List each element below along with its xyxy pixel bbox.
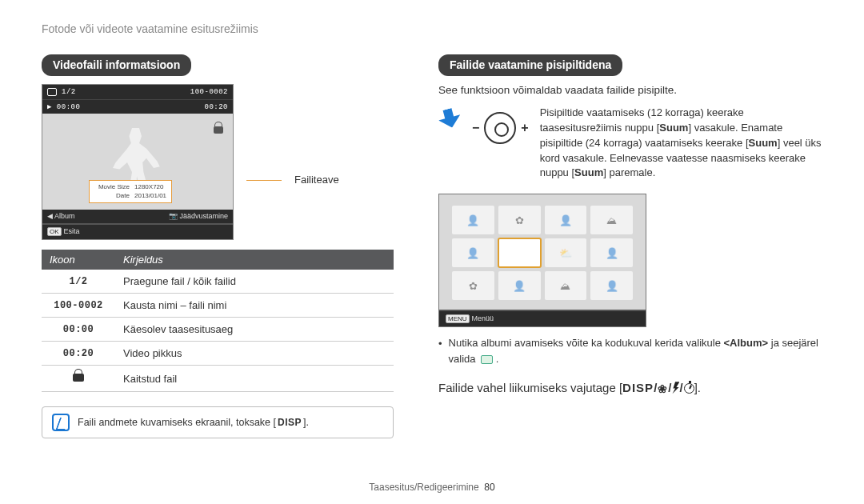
file-counter: 1/2 [62, 88, 76, 96]
timer-icon [684, 383, 694, 394]
thumb-cell: 👤 [545, 206, 587, 234]
table-row: 00:00 Käesolev taasesitusaeg [42, 318, 394, 342]
thumb-cell: 👤 [452, 238, 494, 267]
callout-line [246, 180, 282, 181]
flash-icon [672, 382, 679, 394]
bullet-item: • Nutika albumi avamiseks võite ka koduk… [438, 335, 826, 366]
video-preview-box: 1/2 100-0002 ▶ 00:00 00:20 Movie Size128… [42, 84, 234, 240]
zoom-dial: − + [472, 112, 529, 144]
dial-icon [484, 112, 516, 144]
macro-icon: ❀ [658, 382, 668, 395]
thumb-cell: 👤 [498, 271, 541, 300]
page-subtitle: Fotode või videote vaatamine esitusrežii… [42, 22, 826, 35]
thumb-cell: ⛰ [545, 271, 587, 300]
ok-key: OK [47, 227, 62, 236]
disp-key: DISP [276, 417, 303, 428]
total-time: 00:20 [204, 103, 228, 111]
table-row: 100-0002 Kausta nimi – faili nimi [42, 294, 394, 318]
thumbnail-preview-box: 👤 ✿ 👤 ⛰ 👤 ⛅ 👤 ✿ 👤 ⛰ 👤 MENUMenüü [438, 194, 646, 327]
arrow-down-icon [436, 106, 462, 130]
minus-icon: − [472, 121, 479, 135]
thumb-cell: 👤 [590, 238, 633, 267]
thumb-cell-selected [498, 238, 541, 267]
navigation-instruction: Failide vahel liikumiseks vajutage [DISP… [438, 381, 826, 394]
note-box: Faili andmete kuvamiseks ekraanil, toksa… [42, 406, 394, 438]
file-info-overlay: Movie Size1280X720 Date2013/01/01 [89, 180, 172, 203]
note-icon [52, 414, 70, 431]
video-file-icon [47, 88, 57, 96]
album-label: Album [54, 212, 75, 220]
thumb-cell: ✿ [498, 206, 541, 234]
page-footer: Taasesitus/Redigeerimine 80 [0, 482, 864, 493]
table-row: Kaitstud fail [42, 366, 394, 392]
icon-description-table: Ikoon Kirjeldus 1/2 Praegune fail / kõik… [42, 250, 394, 392]
thumb-cell: 👤 [590, 271, 633, 300]
th-icon: Ikoon [42, 250, 115, 270]
folder-file-number: 100-0002 [190, 88, 228, 96]
lock-icon [212, 122, 225, 134]
table-row: 00:20 Video pikkus [42, 342, 394, 366]
capture-label: Jäädvustamine [179, 212, 228, 220]
zoom-instructions: Pisipiltide vaatamiseks (12 korraga) kee… [540, 106, 826, 181]
album-chip-icon [481, 355, 493, 364]
thumb-cell: ⛅ [545, 238, 587, 267]
section-title-right: Failide vaatamine pisipiltidena [438, 54, 622, 76]
th-description: Kirjeldus [115, 250, 394, 270]
left-column: Videofaili informatsioon 1/2 100-0002 ▶ … [42, 54, 394, 438]
thumb-cell: ✿ [452, 271, 494, 300]
play-label: Esita [64, 227, 80, 235]
right-column: Failide vaatamine pisipiltidena See funk… [438, 54, 826, 438]
thumb-cell: ⛰ [590, 206, 633, 234]
plus-icon: + [521, 121, 528, 135]
table-row: 1/2 Praegune fail / kõik failid [42, 270, 394, 294]
thumb-cell: 👤 [452, 206, 494, 234]
lock-icon [72, 371, 85, 382]
intro-text: See funktsioon võimaldab vaadata failide… [438, 84, 826, 96]
menu-key: MENU [446, 314, 470, 323]
callout-label: Failiteave [294, 174, 339, 186]
elapsed-time: 00:00 [57, 103, 81, 111]
menu-text: Menüü [472, 314, 494, 322]
section-title-left: Videofaili informatsioon [42, 54, 191, 76]
